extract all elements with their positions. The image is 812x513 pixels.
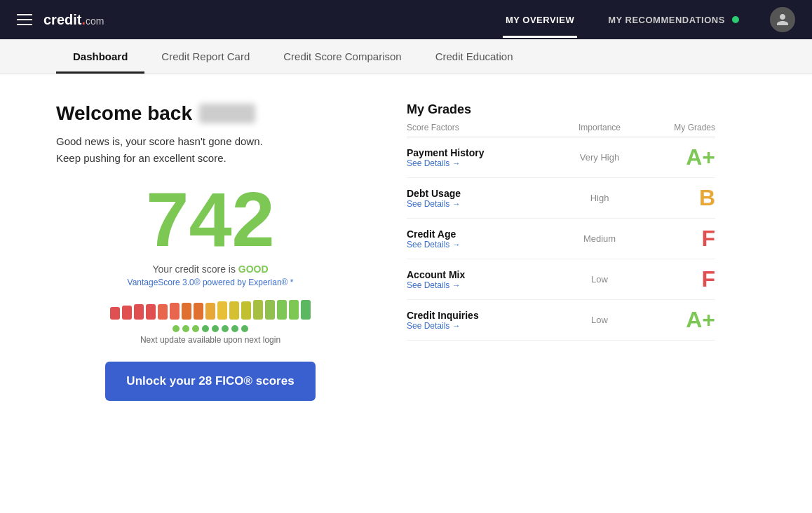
subtitle: Good news is, your score hasn't gone dow… — [56, 133, 365, 167]
col-score-factors: Score Factors — [407, 123, 561, 132]
grade-factor-name-1: Debt Usage — [407, 188, 561, 199]
tab-dashboard[interactable]: Dashboard — [56, 39, 144, 74]
grade-see-details-2[interactable]: See Details → — [407, 240, 561, 249]
score-powered: VantageScore 3.0® powered by Experian® * — [56, 278, 365, 287]
grade-importance-3: Low — [561, 274, 638, 285]
grade-factor-0: Payment History See Details → — [407, 147, 561, 168]
bar-segment-14 — [277, 300, 287, 320]
bar-segment-6 — [182, 303, 191, 320]
bar-segment-7 — [194, 303, 203, 320]
grade-factor-4: Credit Inquiries See Details → — [407, 310, 561, 331]
welcome-heading: Welcome back — [56, 102, 365, 125]
bar-segment-3 — [146, 304, 156, 320]
nav-my-overview[interactable]: MY OVERVIEW — [503, 15, 577, 25]
grade-importance-4: Low — [561, 315, 638, 325]
bar-segment-1 — [122, 306, 132, 320]
bar-segment-13 — [265, 300, 275, 320]
bar-segment-9 — [217, 301, 227, 320]
score-bar — [56, 299, 365, 320]
bar-segment-15 — [289, 300, 299, 320]
logo-credit: credit — [43, 12, 81, 28]
bar-dot-4 — [212, 325, 219, 332]
grades-header: Score Factors Importance My Grades — [407, 123, 715, 137]
grade-factor-3: Account Mix See Details → — [407, 269, 561, 290]
bar-dot-6 — [231, 325, 238, 332]
grade-row-4: Credit Inquiries See Details → Low A+ — [407, 300, 715, 341]
grade-value-2: F — [638, 226, 715, 252]
bar-segment-12 — [253, 300, 263, 320]
grade-value-4: A+ — [638, 307, 715, 333]
unlock-fico-button[interactable]: Unlock your 28 FICO® scores — [105, 362, 316, 401]
bar-segment-0 — [110, 307, 120, 320]
grade-see-details-1[interactable]: See Details → — [407, 199, 561, 209]
top-nav: credit . com MY OVERVIEW MY RECOMMENDATI… — [0, 0, 812, 39]
notification-dot — [732, 16, 739, 23]
grades-title: My Grades — [407, 102, 715, 117]
grade-factor-name-0: Payment History — [407, 147, 561, 158]
bar-dot-0 — [172, 325, 180, 332]
grade-see-details-3[interactable]: See Details → — [407, 280, 561, 290]
sub-nav: Dashboard Credit Report Card Credit Scor… — [0, 39, 812, 74]
grade-see-details-4[interactable]: See Details → — [407, 321, 561, 331]
bar-segment-2 — [134, 304, 144, 320]
col-my-grades: My Grades — [638, 123, 715, 132]
tab-credit-report-card[interactable]: Credit Report Card — [144, 39, 266, 74]
logo[interactable]: credit . com — [43, 12, 104, 28]
grade-value-1: B — [638, 185, 715, 211]
grade-factor-1: Debt Usage See Details → — [407, 188, 561, 209]
grade-factor-name-2: Credit Age — [407, 228, 561, 240]
grade-row-1: Debt Usage See Details → High B — [407, 178, 715, 219]
hamburger-menu[interactable] — [17, 14, 32, 25]
main-content: Welcome back Good news is, your score ha… — [0, 74, 771, 429]
bar-dot-3 — [202, 325, 209, 332]
bar-segment-8 — [205, 303, 215, 320]
grade-importance-2: Medium — [561, 233, 638, 244]
grade-value-3: F — [638, 266, 715, 292]
bar-segment-16 — [301, 300, 311, 320]
credit-score: 742 — [56, 181, 365, 258]
grade-row-0: Payment History See Details → Very High … — [407, 137, 715, 178]
bar-segment-10 — [229, 301, 239, 320]
bar-dot-1 — [182, 325, 189, 332]
grade-factor-2: Credit Age See Details → — [407, 228, 561, 249]
nav-links: MY OVERVIEW MY RECOMMENDATIONS — [503, 15, 742, 25]
grade-importance-1: High — [561, 193, 638, 203]
grade-row-3: Account Mix See Details → Low F — [407, 259, 715, 300]
bar-segment-11 — [241, 301, 251, 320]
grade-row-2: Credit Age See Details → Medium F — [407, 219, 715, 259]
tab-credit-score-comparison[interactable]: Credit Score Comparison — [266, 39, 418, 74]
user-avatar[interactable] — [770, 7, 795, 32]
bar-dot-5 — [222, 325, 229, 332]
grade-value-0: A+ — [638, 144, 715, 170]
grade-importance-0: Very High — [561, 152, 638, 163]
score-label: Your credit score is GOOD — [56, 264, 365, 275]
grade-see-details-0[interactable]: See Details → — [407, 158, 561, 168]
bar-segment-4 — [158, 304, 168, 320]
next-update: Next update available upon next login — [56, 335, 365, 345]
user-name-blurred — [199, 104, 255, 123]
grade-factor-name-3: Account Mix — [407, 269, 561, 280]
grades-rows: Payment History See Details → Very High … — [407, 137, 715, 341]
nav-my-recommendations[interactable]: MY RECOMMENDATIONS — [605, 15, 742, 25]
bar-segment-5 — [170, 303, 180, 320]
score-status: GOOD — [238, 264, 269, 275]
right-panel: My Grades Score Factors Importance My Gr… — [407, 102, 715, 401]
bar-dot-7 — [241, 325, 248, 332]
col-importance: Importance — [561, 123, 638, 132]
logo-com: com — [86, 15, 104, 27]
bar-dot-2 — [192, 325, 199, 332]
tab-credit-education[interactable]: Credit Education — [419, 39, 530, 74]
grade-factor-name-4: Credit Inquiries — [407, 310, 561, 321]
score-dots — [56, 325, 365, 332]
left-panel: Welcome back Good news is, your score ha… — [56, 102, 365, 401]
